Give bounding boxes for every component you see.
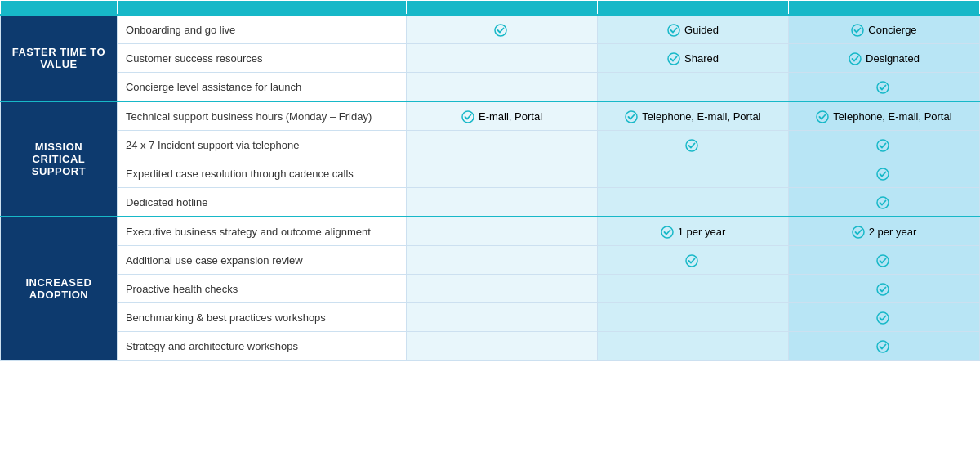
- check-icon: [667, 51, 680, 65]
- check-icon: [461, 109, 474, 123]
- cell-core-col: [407, 246, 598, 275]
- cell-ent-elite-col: [788, 275, 979, 303]
- cell-ent-elite-col: [788, 131, 979, 159]
- comparison-table: FASTER TIME TO VALUEOnboarding and go li…: [0, 0, 980, 361]
- check-text: [876, 253, 892, 267]
- cell-value-text: Guided: [684, 24, 719, 36]
- svg-point-11: [877, 168, 889, 180]
- check-icon: [876, 338, 889, 353]
- cell-value-text: Telephone, E-mail, Portal: [833, 110, 951, 123]
- check-icon: [667, 22, 680, 37]
- svg-point-5: [877, 82, 889, 93]
- check-icon: [849, 51, 862, 65]
- check-text: Shared: [667, 51, 719, 65]
- cell-ent-elite-col: [788, 73, 979, 102]
- cell-ent-essential-col: [598, 188, 789, 217]
- cell-ent-essential-col: [598, 73, 789, 102]
- cell-ent-elite-col: 2 per year: [788, 217, 979, 246]
- check-icon: [816, 109, 829, 123]
- check-text: [876, 137, 892, 152]
- check-text: [876, 310, 892, 325]
- check-icon: [852, 224, 865, 239]
- cell-ent-elite-col: [788, 332, 979, 361]
- cell-ent-elite-col: Concierge: [788, 15, 979, 44]
- cell-ent-essential-col: [598, 275, 789, 303]
- check-text: Guided: [667, 22, 719, 37]
- scope-cell: Additional use case expansion review: [117, 246, 406, 275]
- check-text: [685, 137, 701, 152]
- check-text: [876, 281, 892, 296]
- cell-core-col: [407, 275, 598, 303]
- cell-core-col: [407, 15, 598, 44]
- table-row: 24 x 7 Incident support via telephone: [1, 131, 980, 159]
- svg-point-0: [495, 25, 506, 36]
- check-icon: [494, 22, 507, 37]
- svg-point-18: [877, 312, 889, 324]
- header-enterprise-essential: [598, 1, 789, 16]
- check-icon: [851, 22, 864, 37]
- cell-ent-essential-col: 1 per year: [598, 217, 789, 246]
- table-row: FASTER TIME TO VALUEOnboarding and go li…: [1, 15, 980, 44]
- table-row: Strategy and architecture workshops: [1, 332, 980, 361]
- cell-ent-elite-col: [788, 303, 979, 332]
- svg-point-10: [877, 140, 889, 151]
- table-row: Customer success resourcesSharedDesignat…: [1, 44, 980, 73]
- scope-cell: Onboarding and go live: [117, 15, 406, 44]
- cell-ent-elite-col: [788, 188, 979, 217]
- svg-point-17: [877, 284, 889, 295]
- cell-value-text: 1 per year: [678, 226, 726, 238]
- cell-ent-essential-col: Guided: [598, 15, 789, 44]
- check-icon: [876, 310, 889, 325]
- svg-point-7: [626, 111, 637, 123]
- check-text: [685, 253, 701, 267]
- svg-point-15: [686, 255, 697, 267]
- check-icon: [876, 79, 889, 94]
- table-row: Benchmarking & best practices workshops: [1, 303, 980, 332]
- scope-cell: Technical support business hours (Monday…: [117, 101, 406, 131]
- check-text: [494, 22, 510, 37]
- check-text: E-mail, Portal: [461, 109, 542, 123]
- svg-point-4: [849, 53, 861, 65]
- scope-cell: Strategy and architecture workshops: [117, 332, 406, 361]
- outcome-cell-2: INCREASED ADOPTION: [1, 217, 118, 361]
- header-outcome: [1, 1, 118, 16]
- cell-value-text: 2 per year: [869, 226, 917, 238]
- cell-core-col: E-mail, Portal: [407, 101, 598, 131]
- cell-ent-essential-col: [598, 159, 789, 188]
- cell-value-text: Telephone, E-mail, Portal: [642, 110, 760, 123]
- table-row: Proactive health checks: [1, 275, 980, 303]
- check-text: Telephone, E-mail, Portal: [816, 109, 951, 123]
- check-text: [876, 166, 892, 181]
- check-text: [876, 338, 892, 353]
- table-row: Additional use case expansion review: [1, 246, 980, 275]
- cell-core-col: [407, 188, 598, 217]
- cell-ent-elite-col: [788, 159, 979, 188]
- table-row: Concierge level assistance for launch: [1, 73, 980, 102]
- scope-cell: Dedicated hotline: [117, 188, 406, 217]
- cell-core-col: [407, 159, 598, 188]
- cell-ent-essential-col: [598, 332, 789, 361]
- cell-value-text: Designated: [866, 52, 920, 65]
- table-row: INCREASED ADOPTIONExecutive business str…: [1, 217, 980, 246]
- check-icon: [661, 224, 674, 239]
- header-scope: [117, 1, 406, 16]
- cell-core-col: [407, 131, 598, 159]
- cell-ent-essential-col: Telephone, E-mail, Portal: [598, 101, 789, 131]
- scope-cell: Customer success resources: [117, 44, 406, 73]
- cell-ent-essential-col: Shared: [598, 44, 789, 73]
- check-text: 1 per year: [661, 224, 726, 239]
- cell-value-text: Concierge: [868, 24, 916, 36]
- svg-point-19: [877, 341, 889, 352]
- cell-ent-elite-col: [788, 246, 979, 275]
- cell-core-col: [407, 332, 598, 361]
- cell-ent-essential-col: [598, 303, 789, 332]
- check-text: Telephone, E-mail, Portal: [625, 109, 760, 123]
- cell-core-col: [407, 303, 598, 332]
- cell-value-text: E-mail, Portal: [479, 110, 542, 123]
- svg-point-8: [817, 111, 828, 123]
- cell-core-col: [407, 73, 598, 102]
- scope-cell: Benchmarking & best practices workshops: [117, 303, 406, 332]
- check-icon: [876, 137, 889, 152]
- check-icon: [876, 166, 889, 181]
- table-row: MISSION CRITICAL SUPPORTTechnical suppor…: [1, 101, 980, 131]
